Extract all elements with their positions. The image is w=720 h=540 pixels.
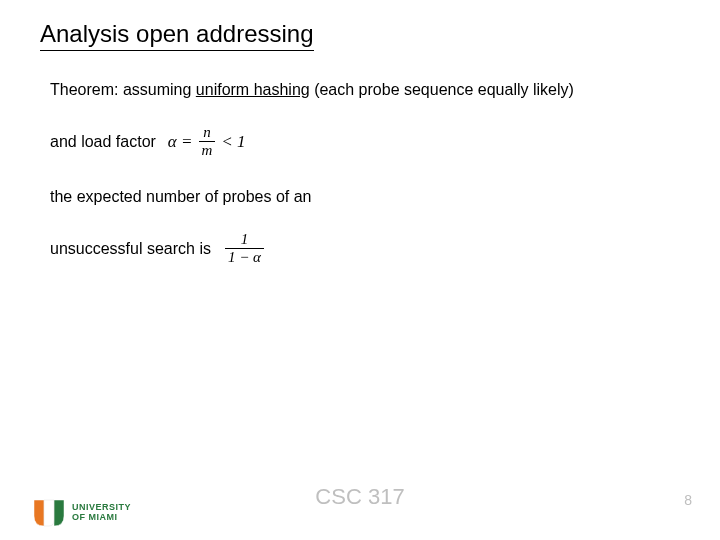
theorem-prefix: Theorem: assuming xyxy=(50,81,196,98)
logo-text: UNIVERSITY OF MIAMI xyxy=(72,503,131,523)
footer: UNIVERSITY OF MIAMI CSC 317 8 xyxy=(0,478,720,528)
fraction-1-1alpha: 1 1 − α xyxy=(225,232,264,265)
page-number: 8 xyxy=(684,492,692,508)
expected-line: the expected number of probes of an xyxy=(50,188,680,206)
theorem-emph: uniform hashing xyxy=(196,81,310,98)
slide: Analysis open addressing Theorem: assumi… xyxy=(0,0,720,540)
theorem-suffix: (each probe sequence equally likely) xyxy=(310,81,574,98)
slide-title: Analysis open addressing xyxy=(40,20,314,51)
frac-den: m xyxy=(199,141,216,158)
frac-num: n xyxy=(200,125,214,141)
unsuccessful-label: unsuccessful search is xyxy=(50,240,211,258)
fraction-n-m: n m xyxy=(199,125,216,158)
course-code: CSC 317 xyxy=(315,484,404,510)
logo-line2: OF MIAMI xyxy=(72,513,131,523)
formula-cmp: < 1 xyxy=(221,132,245,152)
formula-alpha: α = n m < 1 xyxy=(168,125,246,158)
university-logo: UNIVERSITY OF MIAMI xyxy=(32,498,131,528)
formula-probes: 1 1 − α xyxy=(223,232,266,265)
loadfactor-label: and load factor xyxy=(50,133,156,151)
frac2-num: 1 xyxy=(238,232,252,248)
slide-content: Theorem: assuming uniform hashing (each … xyxy=(40,81,680,265)
unsuccessful-line: unsuccessful search is 1 1 − α xyxy=(50,232,680,265)
frac2-den: 1 − α xyxy=(225,248,264,265)
loadfactor-line: and load factor α = n m < 1 xyxy=(50,125,680,158)
logo-u-icon xyxy=(32,498,66,528)
formula-lhs: α = xyxy=(168,132,193,152)
theorem-line: Theorem: assuming uniform hashing (each … xyxy=(50,81,680,99)
